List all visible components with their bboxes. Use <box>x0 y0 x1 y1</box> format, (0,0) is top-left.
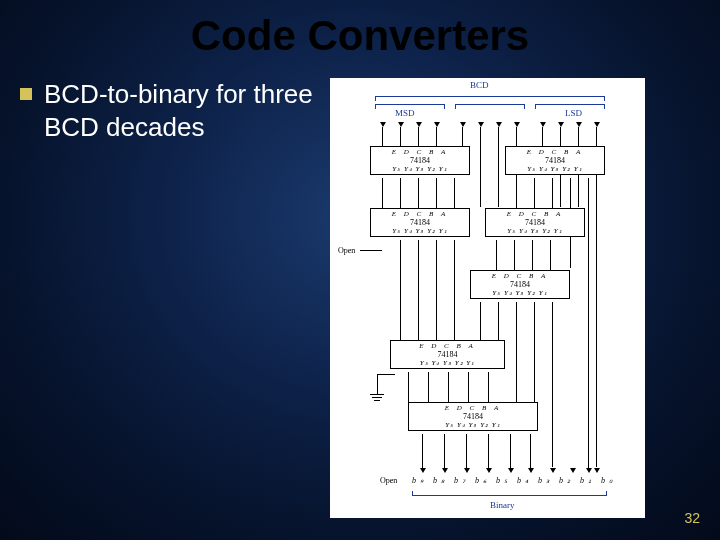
wire <box>400 178 401 208</box>
wire <box>408 372 409 402</box>
arrow-icon <box>420 468 426 473</box>
arrow-icon <box>464 468 470 473</box>
wire <box>418 240 419 340</box>
arrow-icon <box>508 468 514 473</box>
wire <box>516 302 517 402</box>
wire <box>466 434 467 468</box>
binary-label: Binary <box>490 500 515 510</box>
chip-box: E D C B A 74184 Y₅ Y₄ Y₃ Y₂ Y₁ <box>390 340 505 369</box>
chip-label: 74184 <box>508 156 602 165</box>
chip-label: 74184 <box>373 156 467 165</box>
chip-label: 74184 <box>393 350 502 359</box>
arrow-icon <box>550 468 556 473</box>
wire <box>534 302 535 402</box>
ground-icon <box>370 394 384 401</box>
chip-inputs: E D C B A <box>411 404 535 412</box>
bullet-text: BCD-to-binary for three BCD decades <box>44 78 320 143</box>
arrow-icon <box>496 122 502 127</box>
arrow-icon <box>586 468 592 473</box>
wire <box>377 374 378 394</box>
wire <box>418 178 419 208</box>
chip-outputs: Y₅ Y₄ Y₃ Y₂ Y₁ <box>473 289 567 297</box>
slide-title: Code Converters <box>0 0 720 60</box>
arrow-icon <box>576 122 582 127</box>
wire <box>488 434 489 468</box>
arrow-icon <box>398 122 404 127</box>
chip-label: 74184 <box>411 412 535 421</box>
wire <box>436 240 437 340</box>
wire <box>454 240 455 340</box>
square-bullet-icon <box>20 88 32 100</box>
top-brace <box>375 96 605 100</box>
wire <box>542 127 543 147</box>
wire <box>400 240 401 340</box>
wire <box>468 372 469 402</box>
bottom-brace <box>412 492 607 496</box>
wire <box>588 178 589 468</box>
chip-outputs: Y₅ Y₄ Y₃ Y₂ Y₁ <box>508 165 602 173</box>
arrow-icon <box>570 468 576 473</box>
chip-label: 74184 <box>373 218 467 227</box>
circuit-diagram: BCD MSD LSD E D C B <box>330 78 645 518</box>
bcd-label: BCD <box>470 80 489 90</box>
wire <box>480 302 481 340</box>
arrow-icon <box>540 122 546 127</box>
wire <box>550 240 551 270</box>
chip-box: E D C B A 74184 Y₅ Y₄ Y₃ Y₂ Y₁ <box>370 146 470 175</box>
arrow-icon <box>514 122 520 127</box>
wire <box>530 434 531 468</box>
wire <box>498 302 499 340</box>
chip-box: E D C B A 74184 Y₅ Y₄ Y₃ Y₂ Y₁ <box>505 146 605 175</box>
open-label: Open <box>338 246 355 255</box>
chip-box: E D C B A 74184 Y₅ Y₄ Y₃ Y₂ Y₁ <box>408 402 538 431</box>
chip-box: E D C B A 74184 Y₅ Y₄ Y₃ Y₂ Y₁ <box>370 208 470 237</box>
bullet-item: BCD-to-binary for three BCD decades <box>20 78 320 518</box>
wire <box>428 372 429 402</box>
open-label-bottom: Open <box>380 476 397 485</box>
wire <box>462 127 463 147</box>
arrow-icon <box>434 122 440 127</box>
wire <box>436 178 437 208</box>
msd-label: MSD <box>395 108 415 118</box>
chip-outputs: Y₅ Y₄ Y₃ Y₂ Y₁ <box>393 359 502 367</box>
wire <box>418 127 419 147</box>
chip-label: 74184 <box>473 280 567 289</box>
arrow-icon <box>594 122 600 127</box>
wire <box>448 372 449 402</box>
chip-outputs: Y₅ Y₄ Y₃ Y₂ Y₁ <box>411 421 535 429</box>
wire <box>436 127 437 147</box>
chip-inputs: E D C B A <box>508 148 602 156</box>
wire <box>422 434 423 468</box>
arrow-icon <box>528 468 534 473</box>
arrow-icon <box>416 122 422 127</box>
wire <box>532 240 533 270</box>
wire <box>480 127 481 207</box>
mid-brace <box>455 104 525 108</box>
wire <box>514 240 515 270</box>
chip-inputs: E D C B A <box>393 342 502 350</box>
wire <box>516 178 517 208</box>
wire <box>552 302 553 467</box>
chip-inputs: E D C B A <box>373 148 467 156</box>
arrow-icon <box>478 122 484 127</box>
wire <box>382 127 383 147</box>
wire <box>382 178 383 208</box>
chip-outputs: Y₅ Y₄ Y₃ Y₂ Y₁ <box>373 227 467 235</box>
wire <box>510 434 511 468</box>
page-number: 32 <box>684 510 700 526</box>
wire <box>377 374 395 375</box>
chip-box: E D C B A 74184 Y₅ Y₄ Y₃ Y₂ Y₁ <box>470 270 570 299</box>
wire <box>488 372 489 402</box>
chip-outputs: Y₅ Y₄ Y₃ Y₂ Y₁ <box>488 227 582 235</box>
arrow-icon <box>460 122 466 127</box>
wire <box>400 127 401 147</box>
arrow-icon <box>594 468 600 473</box>
chip-inputs: E D C B A <box>488 210 582 218</box>
binary-bits: b₉ b₈ b₇ b₆ b₅ b₄ b₃ b₂ b₁ b₀ <box>412 476 616 485</box>
wire <box>360 250 382 251</box>
wire <box>496 240 497 270</box>
chip-box: E D C B A 74184 Y₅ Y₄ Y₃ Y₂ Y₁ <box>485 208 585 237</box>
arrow-icon <box>486 468 492 473</box>
wire <box>596 127 597 467</box>
chip-inputs: E D C B A <box>473 272 567 280</box>
